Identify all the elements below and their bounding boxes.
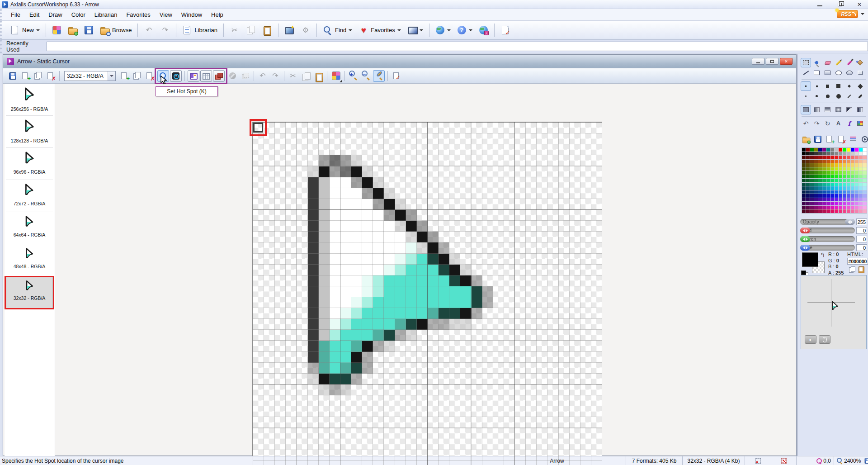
new-from-palette-button[interactable] <box>49 22 64 38</box>
palette-color[interactable] <box>802 148 806 152</box>
palette-color[interactable] <box>847 175 850 179</box>
pixel[interactable] <box>308 210 319 221</box>
palette-color[interactable] <box>835 186 838 190</box>
pixel[interactable] <box>351 166 362 177</box>
pixel[interactable] <box>472 275 482 286</box>
pixel[interactable] <box>340 210 351 221</box>
pixel[interactable] <box>351 210 362 221</box>
palette-color[interactable] <box>822 186 826 190</box>
palette-color[interactable] <box>843 179 846 182</box>
pixel[interactable] <box>340 352 351 363</box>
palette-color[interactable] <box>859 209 863 213</box>
zoom-in-button[interactable] <box>348 70 359 82</box>
color-picker-tool-button[interactable] <box>811 58 822 67</box>
pixel[interactable] <box>330 330 340 341</box>
palette-color[interactable] <box>855 194 859 198</box>
palette-color[interactable] <box>851 194 854 198</box>
palette-color[interactable] <box>802 198 806 202</box>
palette-color[interactable] <box>826 183 830 186</box>
palette-color[interactable] <box>802 183 806 186</box>
pixel[interactable] <box>439 297 449 308</box>
pixel[interactable] <box>308 177 319 188</box>
librarian-doc-button[interactable]: Librarian <box>179 22 220 38</box>
palette-color[interactable] <box>822 190 826 194</box>
palette-color[interactable] <box>859 175 863 179</box>
palette-color[interactable] <box>802 171 806 175</box>
palette-color[interactable] <box>826 198 830 202</box>
pixel[interactable] <box>428 265 439 275</box>
rotate-any-tool-button[interactable]: ↻ <box>822 119 833 128</box>
pixel[interactable] <box>330 275 340 286</box>
menu-librarian[interactable]: Librarian <box>90 10 122 19</box>
palette-color[interactable] <box>830 148 834 152</box>
swap-colors-icon[interactable]: ↰ <box>820 251 825 258</box>
palette-color[interactable] <box>851 171 854 175</box>
palette-color[interactable] <box>810 163 814 167</box>
palette-color[interactable] <box>822 152 826 156</box>
palette-color[interactable] <box>863 209 867 213</box>
pixel[interactable] <box>384 265 395 275</box>
browse-folder-button[interactable]: Browse <box>97 22 134 38</box>
pixel[interactable] <box>319 155 330 166</box>
palette-color[interactable] <box>826 167 830 171</box>
pixel[interactable] <box>428 297 439 308</box>
pixel[interactable] <box>439 265 449 275</box>
palette-color[interactable] <box>835 190 838 194</box>
rectangle-tool-button[interactable] <box>811 68 822 77</box>
palette-color[interactable] <box>863 202 867 205</box>
pixel[interactable] <box>384 199 395 210</box>
pixel[interactable] <box>362 210 373 221</box>
palette-color[interactable] <box>855 152 859 156</box>
palette-color[interactable] <box>839 175 842 179</box>
palette-color[interactable] <box>806 186 810 190</box>
palette-color[interactable] <box>855 186 859 190</box>
pixel[interactable] <box>351 265 362 275</box>
pixel[interactable] <box>395 210 406 221</box>
menu-view[interactable]: View <box>155 10 177 19</box>
palette-color[interactable] <box>810 156 814 159</box>
palette-color[interactable] <box>810 160 814 163</box>
palette-color[interactable] <box>863 148 867 152</box>
pixel[interactable] <box>340 232 351 242</box>
web-globe-dropdown-icon[interactable] <box>447 29 451 31</box>
format-item-72x72[interactable]: 72x72 - RGB/A <box>6 180 53 212</box>
palette-color[interactable] <box>802 209 806 213</box>
pixel[interactable] <box>460 308 471 319</box>
brush-slash-l-tool-button[interactable] <box>855 91 865 101</box>
pixel[interactable] <box>373 308 384 319</box>
palette-color[interactable] <box>863 167 867 171</box>
palette-color[interactable] <box>839 183 842 186</box>
pixel[interactable] <box>319 341 330 352</box>
pixel[interactable] <box>373 221 384 232</box>
palette-color[interactable] <box>822 183 826 186</box>
pixel[interactable] <box>417 254 428 265</box>
palette-color[interactable] <box>814 156 818 159</box>
blue-slider-track[interactable]: Blue <box>800 245 855 251</box>
pixel[interactable] <box>340 254 351 265</box>
palette-color[interactable] <box>863 152 867 156</box>
rss-dropdown-icon[interactable] <box>861 13 864 15</box>
palette-color[interactable] <box>835 194 838 198</box>
pixel[interactable] <box>417 275 428 286</box>
palette-color[interactable] <box>810 179 814 182</box>
pixel[interactable] <box>362 297 373 308</box>
brush-square-l-tool-button[interactable] <box>833 81 844 91</box>
pixel[interactable] <box>330 232 340 242</box>
pixel[interactable] <box>330 221 340 232</box>
pixel[interactable] <box>340 177 351 188</box>
format-item-96x96[interactable]: 96x96 - RGB/A <box>6 148 53 180</box>
pixel[interactable] <box>362 275 373 286</box>
pixel[interactable] <box>340 297 351 308</box>
palette-color[interactable] <box>830 160 834 163</box>
close-button[interactable]: ✕ <box>853 0 866 8</box>
palette-color[interactable] <box>851 202 854 205</box>
palette-color[interactable] <box>818 209 822 213</box>
palette-color[interactable] <box>822 171 826 175</box>
pixel[interactable] <box>351 254 362 265</box>
pixel[interactable] <box>417 265 428 275</box>
brush-square-m-tool-button[interactable] <box>822 81 833 91</box>
pixel[interactable] <box>449 297 460 308</box>
fill-bucket-tool-button[interactable] <box>855 58 865 67</box>
menu-color[interactable]: Color <box>67 10 90 19</box>
green-value-field[interactable]: 0 <box>856 236 867 242</box>
